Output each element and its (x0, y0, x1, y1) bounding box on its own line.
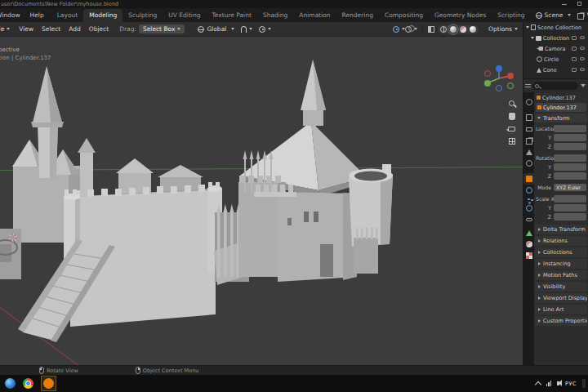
tab-modeling[interactable]: Modeling (83, 9, 122, 22)
scale-y-input[interactable] (554, 204, 586, 212)
menu-view[interactable]: View (15, 25, 38, 33)
modifiers-tab[interactable] (523, 185, 534, 196)
properties-editor-icon[interactable] (525, 83, 531, 89)
section-instancing[interactable]: Instancing (535, 259, 587, 269)
shading-material-icon[interactable] (460, 26, 466, 33)
properties-search-input[interactable] (532, 82, 578, 90)
titlebar[interactable]: user\Documents\New Folder\myhouse.blend (0, 0, 588, 8)
maximize-icon[interactable] (577, 2, 581, 6)
eye-icon[interactable] (580, 68, 585, 71)
menu-add[interactable]: Add (65, 25, 85, 33)
shading-solid-icon[interactable] (450, 26, 457, 33)
language-indicator[interactable]: РУС (565, 381, 577, 387)
constraints-tab[interactable] (523, 214, 534, 224)
tab-geometry-nodes[interactable]: Geometry Nodes (429, 9, 492, 22)
eye-icon[interactable] (580, 47, 585, 50)
network-icon[interactable] (546, 381, 552, 386)
blender-taskbar-button[interactable] (41, 376, 56, 391)
location-z-input[interactable] (554, 143, 586, 150)
scene-tab[interactable] (523, 147, 534, 158)
section-collections[interactable]: Collections (535, 247, 587, 257)
snap-options-chevron-icon[interactable] (249, 28, 252, 30)
render-tab[interactable] (523, 112, 534, 123)
tab-layout[interactable]: Layout (51, 9, 84, 22)
outliner-row-circle[interactable]: Circle (523, 54, 588, 65)
tab-sculpting[interactable]: Sculpting (122, 9, 163, 22)
scale-x-input[interactable] (554, 195, 586, 203)
menu-window[interactable]: Window (0, 11, 25, 19)
view-layer-selector[interactable]: View Layer (577, 11, 588, 20)
section-relations[interactable]: Relations (535, 236, 587, 246)
active-tool-dropdown[interactable]: Select Box (139, 24, 185, 33)
location-y-input[interactable] (554, 134, 586, 141)
scene-selector[interactable]: Scene (531, 11, 578, 19)
volume-icon[interactable] (557, 381, 559, 385)
chrome-icon[interactable] (23, 378, 33, 389)
location-x-input[interactable] (554, 125, 586, 132)
rotation-z-input[interactable] (554, 172, 586, 180)
outliner-row-camera[interactable]: Camera (523, 43, 588, 54)
section-delta-transform[interactable]: Delta Transform (535, 225, 587, 234)
output-tab[interactable] (523, 123, 534, 134)
screen-icon[interactable] (572, 47, 577, 51)
object-data-tab[interactable] (523, 228, 534, 238)
navigation-gizmo[interactable] (480, 63, 518, 94)
texture-tab[interactable] (523, 250, 534, 261)
tab-rendering[interactable]: Rendering (336, 9, 379, 22)
notification-icon[interactable] (582, 379, 586, 388)
section-motion-paths[interactable]: Motion Paths (535, 270, 587, 280)
options-button[interactable]: Options (488, 25, 518, 33)
eye-icon[interactable] (580, 57, 585, 60)
shading-wireframe-icon[interactable] (440, 26, 447, 33)
chevron-down-icon[interactable] (526, 26, 529, 29)
transform-orientation-dropdown[interactable]: Global (198, 25, 234, 33)
show-gizmo-icon[interactable] (393, 26, 399, 33)
menu-select[interactable]: Select (38, 25, 65, 33)
section-line-art[interactable]: Line Art (535, 305, 587, 314)
tab-animation[interactable]: Animation (293, 9, 336, 22)
rotation-y-input[interactable] (554, 163, 586, 171)
castle-model[interactable] (0, 37, 523, 365)
camera-view-icon[interactable] (508, 127, 515, 131)
taskbar-app-icon-1[interactable] (5, 378, 16, 389)
view-layer-tab[interactable] (523, 134, 534, 147)
tab-texture-paint[interactable]: Texture Paint (206, 9, 256, 22)
x-ray-toggle-icon[interactable] (428, 26, 434, 33)
zoom-icon[interactable] (509, 100, 514, 106)
snap-magnet-icon[interactable] (241, 26, 247, 33)
menu-help[interactable]: Help (25, 11, 49, 19)
tool-tab[interactable] (523, 96, 534, 108)
tab-compositing[interactable]: Compositing (379, 9, 429, 22)
object-name-field[interactable]: Cylinder.137 (536, 103, 586, 112)
particles-tab[interactable] (523, 196, 534, 203)
proportional-options-chevron-icon[interactable] (268, 28, 271, 30)
world-tab[interactable] (523, 158, 534, 169)
mode-dropdown[interactable]: Object Mode (0, 25, 15, 33)
section-visibility[interactable]: Visibility (535, 282, 587, 292)
tab-shading[interactable]: Shading (257, 9, 293, 22)
tray-expand-icon[interactable] (534, 381, 541, 387)
overlays-icon[interactable] (405, 26, 412, 33)
toggle-ortho-icon[interactable] (509, 138, 515, 145)
exclude-checkbox-icon[interactable] (572, 36, 577, 40)
object-tab[interactable] (523, 173, 534, 185)
outliner-row-scene-collection[interactable]: Scene Collection (523, 22, 588, 33)
tab-uv-editing[interactable]: UV Editing (163, 9, 206, 22)
rotation-x-input[interactable] (554, 154, 586, 162)
proportional-editing-icon[interactable] (259, 26, 265, 33)
chevron-down-icon[interactable] (531, 37, 534, 39)
screen-icon[interactable] (572, 68, 577, 72)
transform-section-header[interactable]: Transform (535, 114, 587, 122)
section-viewport-display[interactable]: Viewport Display (535, 293, 587, 303)
section-custom-properties[interactable]: Custom Properties (535, 316, 587, 326)
move-view-icon[interactable] (509, 113, 515, 120)
outliner-row-collection[interactable]: Collection (523, 33, 588, 43)
breadcrumb[interactable]: Cylinder.137 (534, 92, 588, 103)
viewport-3d[interactable]: User Perspective (1) Collection | Cylind… (0, 37, 523, 365)
material-tab[interactable] (523, 238, 534, 250)
shading-rendered-icon[interactable] (470, 26, 476, 33)
outliner-row-cone[interactable]: Cone (523, 65, 588, 75)
menu-object[interactable]: Object (85, 25, 113, 33)
filter-icon[interactable] (581, 84, 586, 87)
rotation-mode-dropdown[interactable]: XYZ Euler (554, 184, 586, 191)
